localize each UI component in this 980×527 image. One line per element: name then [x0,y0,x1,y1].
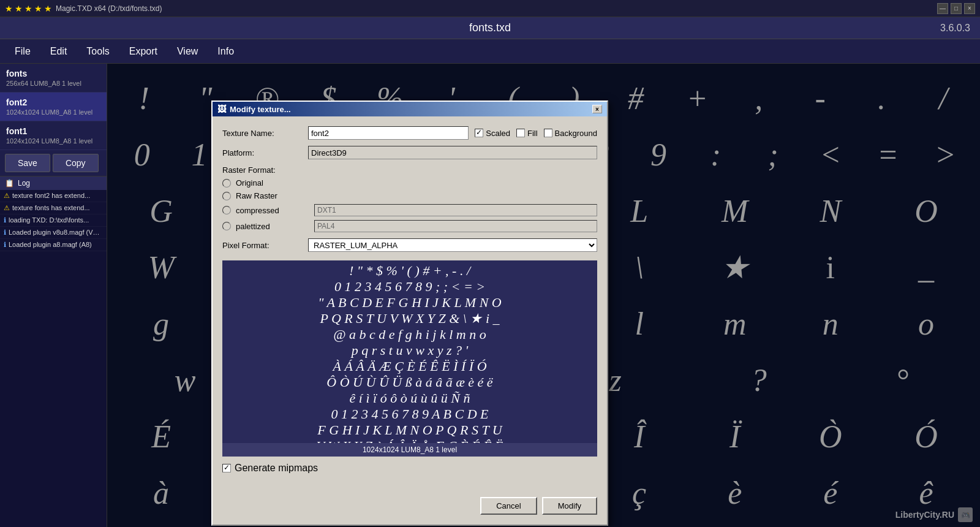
watermark: LibertyCity.RU 🎮 [895,507,973,522]
menu-info[interactable]: Info [208,42,244,61]
sidebar-item-font2[interactable]: font2 1024x1024 LUM8_A8 1 level [0,93,107,121]
title-bar: ★ ★ ★ ★ ★ Magic.TXD x64 (D:/txd/fonts.tx… [0,0,980,17]
log-entry-text-4: Loaded plugin a8.magf (A8) [9,241,103,248]
pc-2: " A B C D E F G H I J K L M N O [318,295,502,311]
generate-mipmaps-row: Generate mipmaps [222,463,597,474]
svg-text:🎮: 🎮 [961,510,970,520]
log-entry-text-1: texture fonts has extend... [12,204,103,211]
original-label: Original [236,178,309,188]
palettized-radio[interactable] [222,222,231,230]
modal-title: Modify texture... [230,105,291,114]
log-entry-3: ℹ Loaded plugin v8u8.magf (V8U8) [0,227,107,239]
rawraster-label: Raw Raster [236,191,309,200]
palettized-label: palettized [236,222,309,231]
left-bottom: Save Copy 📋 Log ⚠ texture font2 has exte… [0,150,107,527]
sidebar-item-fonts-info: 256x64 LUM8_A8 1 level [6,80,100,87]
generate-mipmaps-label: Generate mipmaps [235,463,318,474]
log-panel: 📋 Log ⚠ texture font2 has extend... ⚠ te… [0,176,107,527]
menu-file[interactable]: File [5,42,40,61]
titlebar-title: Magic.TXD x64 (D:/txd/fonts.txd) [56,4,162,13]
compressed-radio[interactable] [222,206,231,214]
pc-4: @ a b c d e f g h i j k l m n o [333,327,486,343]
log-entry-text-3: Loaded plugin v8u8.magf (V8U8) [9,229,103,236]
pc-0: ! " * $ % ' ( ) # + , - . / [349,263,470,279]
log-info-icon-4: ℹ [4,241,6,249]
sidebar-item-font1-info: 1024x1024 LUM8_A8 1 level [6,137,100,145]
sidebar-item-font2-info: 1024x1024 LUM8_A8 1 level [6,108,100,116]
modal-close-button[interactable]: × [592,105,602,113]
raster-rawraster-option: Raw Raster [222,191,597,200]
window-title: fonts.txd [469,21,511,34]
fill-checkbox[interactable] [516,129,525,137]
pc-11: V W X Y Z à Á Â Ä Å Æ Ç È É Ê Ë [317,438,503,443]
main-area: fonts 256x64 LUM8_A8 1 level font2 1024x… [0,64,980,527]
sidebar-item-font1-name: font1 [6,126,100,136]
menu-edit[interactable]: Edit [40,42,77,61]
fill-label: Fill [527,129,538,138]
pc-9: 0 1 2 3 4 5 6 7 8 9 A B C D E [331,406,488,422]
modal-preview-info: 1024x1024 LUM8_A8 1 level [222,443,597,457]
preview-row-8: ê í ì ï ó ô ò ú ù û ü Ñ ñ [225,390,595,406]
sidebar-item-font2-name: font2 [6,97,100,107]
log-info-icon-3: ℹ [4,229,6,237]
texture-name-input[interactable] [308,126,469,140]
modal-titlebar: 🖼 Modify texture... × [213,102,607,116]
pixel-format-select[interactable]: RASTER_LUM_ALPHA [308,238,597,252]
platform-label: Platform: [222,148,308,157]
close-button[interactable]: × [964,3,975,14]
modal-footer: Cancel Modify [213,492,607,525]
cancel-button[interactable]: Cancel [480,497,537,515]
menu-tools[interactable]: Tools [77,42,119,61]
platform-row: Platform: [222,146,597,159]
scaled-label: Scaled [486,129,510,138]
generate-mipmaps-checkbox[interactable] [222,464,231,472]
preview-row-6: À Á Â Ä Æ Ç È É Ê Ë Ì Í Ï Ó [225,358,595,374]
pc-10: F G H I J K L M N O P Q R S T U [317,422,502,438]
star-5: ★ [44,4,52,13]
maximize-button[interactable]: □ [951,3,962,14]
window-title-bar: fonts.txd 3.6.0.3 [0,17,980,39]
minimize-button[interactable]: — [937,3,948,14]
log-entry-2: ℹ loading TXD: D:\txd\fonts... [0,214,107,227]
texture-area: ! " ® $ % ' ( ) # + , - . / 0 1 2 3 4 [107,64,980,527]
scaled-checkbox[interactable] [475,129,483,137]
sidebar-item-font1[interactable]: font1 1024x1024 LUM8_A8 1 level [0,121,107,150]
menubar: File Edit Tools Export View Info [0,39,980,64]
modify-button[interactable]: Modify [542,497,597,515]
action-buttons: Save Copy [0,150,107,176]
log-entry-text-0: texture font2 has extend... [12,192,103,199]
scaled-checkbox-label[interactable]: Scaled [475,129,510,138]
log-warn-icon-1: ⚠ [4,204,10,212]
background-checkbox-label[interactable]: Background [544,129,597,138]
menu-export[interactable]: Export [119,42,167,61]
star-4: ★ [34,4,42,13]
rawraster-radio[interactable] [222,192,231,200]
sidebar: fonts 256x64 LUM8_A8 1 level font2 1024x… [0,64,107,150]
titlebar-controls: — □ × [937,3,975,14]
background-checkbox[interactable] [544,129,552,137]
copy-button[interactable]: Copy [53,154,99,172]
log-entry-0: ⚠ texture font2 has extend... [0,190,107,202]
sidebar-item-fonts[interactable]: fonts 256x64 LUM8_A8 1 level [0,64,107,93]
log-entry-1: ⚠ texture fonts has extend... [0,202,107,214]
compressed-input[interactable] [314,204,597,216]
menu-view[interactable]: View [167,42,208,61]
original-radio[interactable] [222,179,231,188]
log-icon: 📋 [5,179,14,188]
preview-row-2: " A B C D E F G H I J K L M N O [225,295,595,311]
sidebar-item-fonts-name: fonts [6,69,100,78]
platform-input [308,146,597,159]
star-1: ★ [5,4,13,13]
log-warn-icon-0: ⚠ [4,192,10,200]
save-button[interactable]: Save [5,154,50,172]
log-entry-4: ℹ Loaded plugin a8.magf (A8) [0,239,107,251]
preview-row-7: Ô Ò Ú Ù Û Ü ß à á â ã æ è é ë [225,374,595,390]
palettized-input[interactable] [314,220,597,232]
log-header: 📋 Log [0,176,107,190]
modal-dialog: 🖼 Modify texture... × Texture Name: [211,100,608,526]
left-panel: fonts 256x64 LUM8_A8 1 level font2 1024x… [0,64,107,527]
background-label: Background [555,129,597,138]
preview-row-11: V W X Y Z à Á Â Ä Å Æ Ç È É Ê Ë [225,438,595,443]
fill-checkbox-label[interactable]: Fill [516,129,538,138]
preview-row-1: 0 1 2 3 4 5 6 7 8 9 ; ; < = > [225,279,595,295]
